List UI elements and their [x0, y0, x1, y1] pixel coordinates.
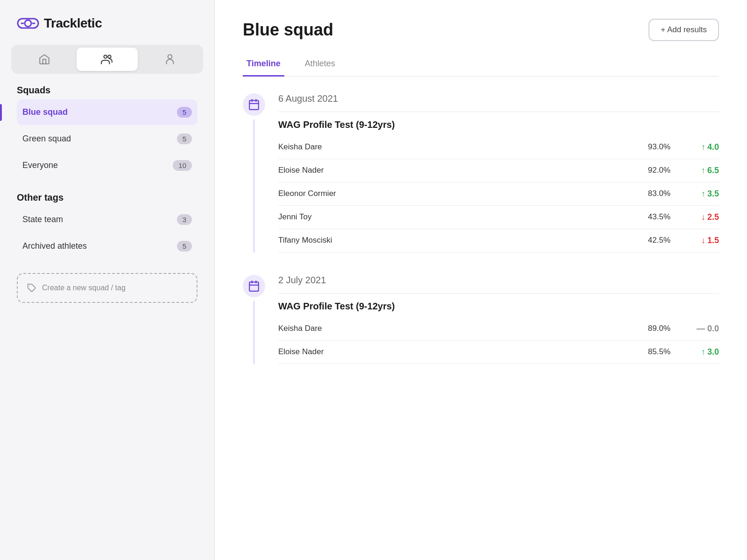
result-row-1-1[interactable]: Keisha Dare 93.0% 4.0	[278, 136, 719, 159]
result-name-2-1: Keisha Dare	[278, 324, 633, 333]
result-score-1-4: 43.5%	[633, 212, 670, 222]
result-change-1-3: 3.5	[682, 189, 719, 199]
sidebar: Trackletic Squads Bl	[0, 0, 215, 560]
squad-badge-archived: 5	[177, 241, 192, 252]
result-row-1-5[interactable]: Tifany Mosciski 42.5% 1.5	[278, 229, 719, 252]
timeline-date-2: 2 July 2021	[278, 275, 719, 286]
main-header: Blue squad + Add results	[243, 19, 719, 41]
result-name-1-2: Eloise Nader	[278, 166, 633, 175]
arrow-down-icon	[701, 236, 705, 245]
svg-point-1	[25, 20, 31, 27]
result-score-1-1: 93.0%	[633, 142, 670, 152]
squad-item-blue[interactable]: Blue squad 5	[17, 99, 197, 125]
arrow-up-icon	[701, 347, 705, 357]
tabs-bar: Timeline Athletes	[243, 52, 719, 77]
timeline: 6 August 2021 WAG Profile Test (9-12yrs)…	[243, 93, 719, 386]
tab-athletes[interactable]: Athletes	[301, 52, 339, 77]
result-score-1-3: 83.0%	[633, 189, 670, 198]
squad-item-green[interactable]: Green squad 5	[17, 126, 197, 152]
timeline-icon-col-1	[243, 93, 265, 252]
result-change-1-2: 6.5	[682, 166, 719, 175]
arrow-up-icon	[701, 189, 705, 199]
result-change-2-2: 3.0	[682, 347, 719, 357]
result-card-2: WAG Profile Test (9-12yrs) Keisha Dare 8…	[278, 293, 719, 364]
timeline-icon-col-2	[243, 275, 265, 364]
svg-point-6	[168, 55, 172, 59]
squad-item-archived[interactable]: Archived athletes 5	[17, 233, 197, 259]
result-score-1-5: 42.5%	[633, 236, 670, 245]
other-tags-section: Other tags State team 3 Archived athlete…	[0, 192, 214, 260]
squads-section: Squads Blue squad 5 Green squad 5 Everyo…	[0, 85, 214, 179]
squads-section-title: Squads	[17, 85, 197, 96]
result-change-1-4: 2.5	[682, 212, 719, 222]
squad-badge-blue: 5	[177, 107, 192, 118]
nav-tab-squads[interactable]	[77, 48, 137, 71]
result-name-1-3: Eleonor Cormier	[278, 189, 633, 198]
result-name-1-5: Tifany Mosciski	[278, 236, 633, 245]
logo-text: Trackletic	[44, 16, 102, 31]
squad-item-everyone[interactable]: Everyone 10	[17, 153, 197, 178]
svg-point-5	[108, 55, 112, 58]
result-change-1-5: 1.5	[682, 236, 719, 245]
arrow-down-icon	[701, 212, 705, 222]
squad-badge-everyone: 10	[173, 160, 192, 171]
result-change-1-1: 4.0	[682, 142, 719, 152]
page-title: Blue squad	[243, 20, 333, 40]
svg-point-4	[104, 55, 107, 58]
timeline-date-1: 6 August 2021	[278, 93, 719, 104]
nav-tab-home[interactable]	[14, 48, 75, 71]
result-name-1-1: Keisha Dare	[278, 142, 633, 152]
result-score-2-2: 85.5%	[633, 347, 670, 357]
squad-name-blue: Blue squad	[22, 107, 68, 117]
arrow-up-icon	[701, 142, 705, 152]
add-results-label: + Add results	[661, 25, 707, 35]
squad-badge-green: 5	[177, 133, 192, 144]
result-change-2-1: — 0.0	[682, 324, 719, 334]
result-row-1-4[interactable]: Jenni Toy 43.5% 2.5	[278, 206, 719, 229]
squad-name-state-team: State team	[22, 215, 63, 224]
logo-area: Trackletic	[0, 0, 214, 45]
calendar-icon-2	[243, 275, 265, 297]
timeline-content-1: 6 August 2021 WAG Profile Test (9-12yrs)…	[278, 93, 719, 252]
create-tag-label: Create a new squad / tag	[42, 284, 126, 292]
result-row-2-2[interactable]: Eloise Nader 85.5% 3.0	[278, 341, 719, 364]
result-name-2-2: Eloise Nader	[278, 347, 633, 357]
logo-icon	[17, 15, 39, 32]
svg-rect-8	[249, 100, 259, 110]
tab-timeline[interactable]: Timeline	[243, 52, 284, 77]
result-row-1-3[interactable]: Eleonor Cormier 83.0% 3.5	[278, 182, 719, 206]
nav-tabs	[11, 45, 203, 74]
result-name-1-4: Jenni Toy	[278, 212, 633, 222]
arrow-up-icon	[701, 166, 705, 175]
squad-name-archived: Archived athletes	[22, 241, 87, 251]
calendar-icon-1	[243, 93, 265, 116]
result-score-1-2: 92.0%	[633, 166, 670, 175]
timeline-line-2	[254, 301, 254, 364]
squad-badge-state-team: 3	[177, 214, 192, 225]
create-tag-button[interactable]: Create a new squad / tag	[17, 273, 197, 303]
squad-item-state-team[interactable]: State team 3	[17, 207, 197, 232]
tag-icon	[27, 283, 36, 293]
result-row-2-1[interactable]: Keisha Dare 89.0% — 0.0	[278, 317, 719, 341]
main-content: Blue squad + Add results Timeline Athlet…	[215, 0, 747, 560]
other-tags-title: Other tags	[17, 192, 197, 203]
svg-rect-12	[249, 282, 259, 291]
squad-name-everyone: Everyone	[22, 161, 58, 170]
timeline-content-2: 2 July 2021 WAG Profile Test (9-12yrs) K…	[278, 275, 719, 364]
squad-name-green: Green squad	[22, 134, 71, 144]
result-card-title-1: WAG Profile Test (9-12yrs)	[278, 112, 719, 136]
timeline-entry-1: 6 August 2021 WAG Profile Test (9-12yrs)…	[243, 93, 719, 252]
nav-tab-athlete[interactable]	[140, 48, 200, 71]
result-row-1-2[interactable]: Eloise Nader 92.0% 6.5	[278, 159, 719, 182]
timeline-entry-2: 2 July 2021 WAG Profile Test (9-12yrs) K…	[243, 275, 719, 364]
result-card-1: WAG Profile Test (9-12yrs) Keisha Dare 9…	[278, 112, 719, 252]
result-score-2-1: 89.0%	[633, 324, 670, 333]
result-card-title-2: WAG Profile Test (9-12yrs)	[278, 294, 719, 317]
timeline-line-1	[254, 119, 254, 252]
add-results-button[interactable]: + Add results	[648, 19, 719, 41]
